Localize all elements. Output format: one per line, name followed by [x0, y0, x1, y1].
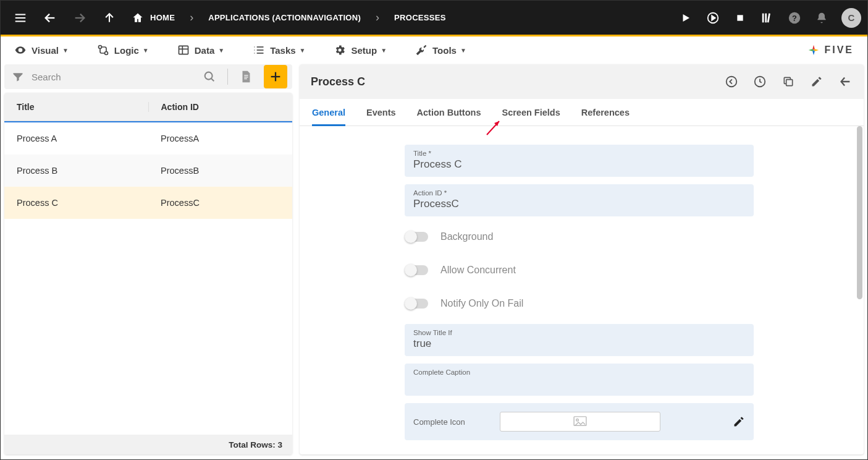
svg-point-16 — [104, 52, 107, 55]
main: Title Action ID Process A ProcessA Proce… — [1, 64, 867, 459]
topbar: HOME › APPLICATIONS (ACTIONNAVIGATION) ›… — [1, 1, 867, 35]
document-icon[interactable] — [235, 66, 256, 87]
cell-action-id: ProcessA — [148, 134, 292, 143]
search-icon[interactable] — [199, 66, 220, 87]
menu-logic-label: Logic — [114, 45, 139, 56]
field-show-title-if[interactable]: Show Title If true — [405, 324, 754, 356]
brand-label: FIVE — [824, 45, 854, 56]
library-icon[interactable] — [760, 11, 775, 25]
total-rows: Total Rows: 3 — [229, 440, 282, 449]
toggle-notify-fail[interactable] — [406, 299, 428, 309]
filter-icon[interactable] — [12, 70, 24, 83]
field-action-id-label: Action ID * — [413, 189, 745, 197]
svg-point-44 — [576, 419, 579, 422]
menubar: Visual▼ Logic▼ Data▼ Tasks▼ Setup▼ Tools… — [1, 36, 867, 64]
menu-setup[interactable]: Setup▼ — [334, 44, 387, 56]
back-circle-icon[interactable] — [724, 74, 739, 89]
form-area: Title * Process C Action ID * ProcessC B… — [300, 126, 864, 454]
menu-setup-label: Setup — [351, 45, 377, 56]
icon-preview[interactable] — [500, 412, 660, 432]
right-panel: Process C General — [300, 64, 864, 454]
brand-logo-icon — [807, 43, 820, 57]
up-icon[interactable] — [102, 11, 117, 25]
help-icon[interactable]: ? — [787, 11, 802, 25]
back-icon[interactable] — [43, 11, 57, 25]
svg-rect-39 — [786, 80, 793, 86]
field-complete-caption[interactable]: Complete Caption — [405, 364, 754, 396]
svg-rect-33 — [244, 77, 248, 77]
field-complete-icon-label: Complete Icon — [413, 417, 487, 427]
svg-rect-34 — [244, 79, 247, 79]
menu-tasks[interactable]: Tasks▼ — [253, 44, 305, 56]
breadcrumb-section[interactable]: PROCESSES — [394, 13, 446, 22]
forward-icon — [72, 11, 87, 25]
col-title[interactable]: Title — [4, 102, 149, 112]
add-button[interactable] — [264, 65, 287, 88]
history-icon[interactable] — [752, 74, 767, 89]
svg-text:?: ? — [792, 13, 797, 22]
copy-icon[interactable] — [781, 74, 796, 89]
field-complete-icon: Complete Icon — [405, 403, 754, 440]
svg-point-30 — [205, 72, 213, 80]
divider — [227, 69, 228, 85]
close-arrow-icon[interactable] — [838, 74, 853, 89]
toggle-background[interactable] — [406, 232, 428, 242]
toggle-concurrent-row: Allow Concurrent — [405, 257, 754, 283]
menu-tools[interactable]: Tools▼ — [415, 44, 466, 56]
tab-events[interactable]: Events — [366, 99, 396, 126]
bell-icon[interactable] — [814, 11, 829, 25]
toggle-notify-fail-label: Notify Only On Fail — [440, 298, 523, 309]
tab-action-buttons[interactable]: Action Buttons — [417, 99, 481, 126]
cell-title: Process C — [4, 198, 148, 208]
field-title-value: Process C — [413, 158, 745, 171]
table-row[interactable]: Process B ProcessB — [4, 155, 292, 187]
menu-visual[interactable]: Visual▼ — [14, 44, 69, 56]
search-input[interactable] — [32, 72, 192, 82]
tab-general[interactable]: General — [312, 99, 345, 126]
svg-rect-17 — [179, 46, 188, 54]
hamburger-icon[interactable] — [13, 11, 28, 25]
edit-icon[interactable] — [733, 415, 745, 428]
toggle-allow-concurrent-label: Allow Concurrent — [440, 265, 516, 276]
breadcrumb-home[interactable]: HOME — [132, 12, 175, 24]
breadcrumb-app-label: APPLICATIONS (ACTIONNAVIGATION) — [208, 13, 361, 22]
deploy-icon[interactable] — [706, 11, 720, 25]
field-title-label: Title * — [413, 150, 745, 157]
edit-icon[interactable] — [809, 74, 824, 89]
cell-action-id: ProcessB — [148, 166, 292, 176]
col-action-id[interactable]: Action ID — [149, 102, 293, 112]
scrollbar[interactable] — [857, 126, 862, 299]
table-header: Title Action ID — [4, 93, 292, 121]
toggle-background-row: Background — [405, 224, 754, 250]
breadcrumb-app[interactable]: APPLICATIONS (ACTIONNAVIGATION) — [208, 13, 361, 22]
stop-icon[interactable] — [733, 11, 748, 25]
cell-action-id: ProcessC — [148, 198, 292, 208]
image-placeholder-icon — [573, 416, 587, 427]
menu-tasks-label: Tasks — [270, 45, 295, 56]
tab-references[interactable]: References — [581, 99, 630, 126]
detail-header: Process C — [300, 64, 864, 99]
table-row[interactable]: Process C ProcessC — [4, 187, 292, 219]
field-title[interactable]: Title * Process C — [405, 145, 754, 177]
svg-point-37 — [727, 77, 737, 87]
table-footer: Total Rows: 3 — [4, 435, 292, 454]
svg-rect-10 — [762, 13, 764, 22]
field-show-title-if-label: Show Title If — [413, 329, 745, 336]
search-row — [4, 64, 292, 89]
left-panel: Title Action ID Process A ProcessA Proce… — [4, 64, 292, 454]
svg-line-31 — [211, 79, 214, 81]
table-body: Process A ProcessA Process B ProcessB Pr… — [4, 121, 292, 435]
menu-logic[interactable]: Logic▼ — [97, 44, 149, 56]
play-icon[interactable] — [678, 11, 693, 25]
breadcrumb-section-label: PROCESSES — [394, 13, 446, 22]
avatar[interactable]: C — [841, 8, 861, 28]
toggle-notify-row: Notify Only On Fail — [405, 291, 754, 317]
table-row[interactable]: Process A ProcessA — [4, 122, 292, 155]
brand: FIVE — [807, 43, 854, 57]
field-action-id[interactable]: Action ID * ProcessC — [405, 184, 754, 216]
breadcrumb-home-label: HOME — [150, 13, 175, 22]
menu-data[interactable]: Data▼ — [177, 44, 224, 56]
tab-screen-fields[interactable]: Screen Fields — [502, 99, 560, 126]
toggle-allow-concurrent[interactable] — [406, 265, 428, 275]
cell-title: Process B — [4, 166, 148, 176]
